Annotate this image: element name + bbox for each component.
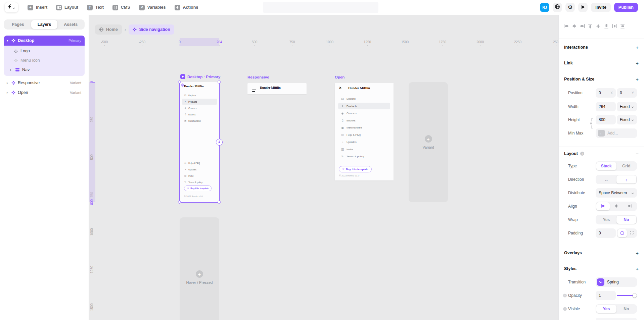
insert-menu-item[interactable]: + Insert bbox=[28, 5, 47, 10]
breadcrumb-home[interactable]: Home bbox=[95, 24, 122, 35]
frame-desktop-primary[interactable]: Dunder Mifflin ✉Explore +Products ◈Cours… bbox=[180, 82, 219, 202]
tab-layers[interactable]: Layers bbox=[31, 20, 58, 29]
publish-button[interactable]: Publish bbox=[614, 3, 638, 12]
width-mode-select[interactable]: Fixed bbox=[617, 102, 637, 111]
avatar[interactable]: RJ bbox=[540, 3, 549, 12]
align-top-icon[interactable] bbox=[588, 23, 593, 29]
nav-item-products[interactable]: +Products bbox=[338, 103, 390, 109]
distribute-select[interactable]: Space Between bbox=[596, 188, 637, 198]
padding-input[interactable]: 0 bbox=[596, 228, 616, 238]
buy-template-button[interactable]: ♕ Buy this template bbox=[339, 166, 372, 172]
distribute-vertical-icon[interactable] bbox=[620, 23, 626, 29]
padding-uniform-option[interactable] bbox=[617, 229, 627, 237]
resize-handle-top-left[interactable] bbox=[178, 81, 181, 84]
align-center-vertical-icon[interactable] bbox=[596, 23, 601, 29]
direction-horizontal-option[interactable]: ↔ bbox=[596, 175, 616, 183]
align-start-option[interactable] bbox=[596, 202, 610, 210]
nav-item-invite[interactable]: ▥Invite bbox=[182, 173, 217, 179]
nav-item-updates[interactable]: ◔Updates bbox=[338, 139, 390, 146]
align-right-icon[interactable] bbox=[580, 23, 585, 29]
visible-yes-option[interactable]: Yes bbox=[596, 305, 616, 313]
padding-individual-option[interactable] bbox=[627, 229, 636, 237]
transition-select[interactable]: Spring bbox=[596, 277, 637, 287]
caret-right-icon[interactable]: ▸ bbox=[10, 68, 14, 71]
align-center-option[interactable] bbox=[610, 202, 623, 210]
width-input[interactable]: 264 bbox=[596, 102, 616, 111]
frame-label-responsive[interactable]: Responsive bbox=[247, 75, 269, 79]
minmax-input[interactable]: ↔ Add... bbox=[596, 128, 637, 138]
nav-item-invite[interactable]: ▥Invite bbox=[338, 146, 390, 153]
caret-down-icon[interactable]: ▾ bbox=[7, 39, 11, 42]
wrap-no-option[interactable]: No bbox=[616, 216, 637, 224]
variables-menu-item[interactable]: ↗ Variables bbox=[139, 5, 166, 10]
align-left-icon[interactable] bbox=[563, 23, 569, 29]
height-mode-select[interactable]: Fixed bbox=[617, 115, 637, 124]
add-position-rule-button[interactable]: + bbox=[636, 76, 639, 82]
resize-handle-bottom-right[interactable] bbox=[218, 201, 221, 204]
layer-logo[interactable]: Logo bbox=[4, 46, 85, 56]
add-interaction-button[interactable]: + bbox=[636, 45, 639, 50]
layer-nav[interactable]: ▸ Nav bbox=[4, 65, 85, 74]
tab-pages[interactable]: Pages bbox=[5, 20, 31, 29]
text-menu-item[interactable]: T Text bbox=[87, 5, 104, 10]
add-variant-button[interactable]: + bbox=[196, 270, 203, 278]
opacity-slider-knob[interactable] bbox=[633, 294, 637, 298]
frame-label-desktop-primary[interactable]: Desktop · Primary bbox=[180, 74, 220, 79]
buy-template-button[interactable]: ♕ Buy this template bbox=[184, 185, 212, 191]
hamburger-menu-icon[interactable] bbox=[252, 88, 256, 94]
frame-open[interactable]: × Dunder Mifflin ✉Explore +Products ◈Cou… bbox=[335, 83, 394, 180]
frame-label-open[interactable]: Open bbox=[335, 75, 344, 79]
nav-item-ebooks[interactable]: ▯Ebooks bbox=[182, 111, 217, 117]
type-option-grid[interactable]: Grid bbox=[616, 162, 637, 170]
layout-menu-item[interactable]: Layout bbox=[56, 5, 78, 10]
layer-menu-icon[interactable]: Menu icon bbox=[4, 56, 85, 65]
invite-button[interactable]: Invite bbox=[591, 3, 611, 12]
visible-no-option[interactable]: No bbox=[616, 305, 637, 313]
distribute-horizontal-icon[interactable] bbox=[612, 23, 617, 29]
interaction-connector-handle[interactable] bbox=[216, 139, 223, 146]
collapse-layout-button[interactable]: − bbox=[636, 151, 639, 157]
height-input[interactable]: 800 bbox=[596, 115, 616, 124]
settings-button[interactable]: ⚙ bbox=[565, 3, 575, 12]
cms-menu-item[interactable]: CMS bbox=[112, 5, 130, 10]
canvas[interactable]: Home › Side navigation -500 -250 0 264 5… bbox=[89, 15, 558, 320]
nav-item-updates[interactable]: ◔Updates bbox=[182, 166, 217, 172]
app-menu-button[interactable] bbox=[5, 2, 18, 12]
nav-item-terms-policy[interactable]: ✎Terms & policy bbox=[182, 179, 217, 185]
breadcrumb-current[interactable]: Side navigation bbox=[129, 24, 174, 35]
add-style-button[interactable]: + bbox=[636, 266, 639, 272]
nav-item-explore[interactable]: ✉Explore bbox=[182, 92, 217, 98]
nav-item-explore[interactable]: ✉Explore bbox=[338, 96, 390, 102]
site-globe-button[interactable] bbox=[553, 3, 562, 12]
add-overlay-button[interactable]: + bbox=[636, 250, 639, 256]
close-icon[interactable]: × bbox=[339, 86, 341, 90]
add-link-button[interactable]: + bbox=[636, 60, 639, 66]
actions-menu-item[interactable]: Actions bbox=[175, 5, 198, 10]
frame-variant-placeholder[interactable]: + Variant bbox=[409, 82, 448, 202]
nav-item-merchandise[interactable]: ▣Merchandise bbox=[338, 124, 390, 131]
nav-item-help-faq[interactable]: ◎Help & FAQ bbox=[182, 160, 217, 166]
layer-responsive[interactable]: ▸ Responsive Variant bbox=[4, 78, 85, 88]
nav-item-merchandise[interactable]: ▣Merchandise bbox=[182, 118, 217, 124]
frame-hover-pressed-placeholder[interactable]: + Hover / Pressed bbox=[180, 217, 219, 320]
tab-assets[interactable]: Assets bbox=[57, 20, 84, 29]
opacity-input[interactable]: 1 bbox=[596, 291, 616, 300]
align-center-horizontal-icon[interactable] bbox=[571, 23, 577, 29]
resize-handle-bottom-left[interactable] bbox=[178, 201, 181, 204]
caret-right-icon[interactable]: ▸ bbox=[7, 91, 11, 94]
resize-handle-top-right[interactable] bbox=[218, 81, 221, 84]
opacity-slider[interactable] bbox=[617, 291, 636, 300]
caret-right-icon[interactable]: ▸ bbox=[7, 81, 11, 85]
visible-add-icon[interactable]: + bbox=[563, 307, 567, 311]
type-option-stack[interactable]: Stack bbox=[596, 162, 616, 170]
nav-item-terms-policy[interactable]: ✎Terms & policy bbox=[338, 153, 390, 160]
nav-item-ebooks[interactable]: ▯Ebooks bbox=[338, 117, 390, 124]
nav-item-courses[interactable]: ◈Courses bbox=[338, 110, 390, 117]
preview-button[interactable] bbox=[578, 3, 588, 12]
position-y-input[interactable]: 0Y bbox=[617, 88, 637, 98]
align-bottom-icon[interactable] bbox=[604, 23, 609, 29]
nav-item-courses[interactable]: ◈Courses bbox=[182, 105, 217, 111]
direction-vertical-option[interactable]: ↕ bbox=[616, 175, 637, 183]
position-x-input[interactable]: 0X bbox=[596, 88, 616, 98]
layer-open[interactable]: ▸ Open Variant bbox=[4, 88, 85, 97]
